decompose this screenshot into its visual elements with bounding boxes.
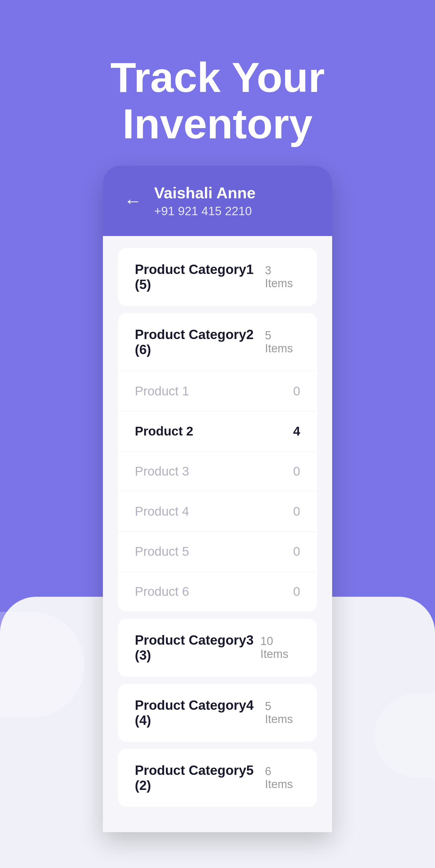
product-1-count: 0 — [293, 384, 300, 398]
product-item-2[interactable]: Product 2 4 — [118, 411, 317, 451]
category-1-items: 3 Items — [265, 264, 300, 290]
back-button[interactable]: ← — [124, 190, 142, 211]
product-item-5[interactable]: Product 5 0 — [118, 531, 317, 571]
category-card-1[interactable]: Product Category1 (5) 3 Items — [118, 248, 317, 306]
category-card-2: Product Category2 (6) 5 Items Product 1 … — [118, 313, 317, 612]
category-card-4[interactable]: Product Category4 (4) 5 Items — [118, 684, 317, 742]
product-5-name: Product 5 — [135, 544, 189, 559]
product-4-count: 0 — [293, 504, 300, 519]
category-2-name: Product Category2 (6) — [135, 327, 265, 357]
category-3-name: Product Category3 (3) — [135, 632, 260, 663]
category-1-name: Product Category1 (5) — [135, 262, 265, 292]
phone-header: ← Vaishali Anne +91 921 415 2210 — [103, 166, 332, 236]
user-info: Vaishali Anne +91 921 415 2210 — [154, 184, 256, 218]
phone-content: Product Category1 (5) 3 Items Product Ca… — [103, 236, 332, 832]
product-5-count: 0 — [293, 544, 300, 559]
category-4-name: Product Category4 (4) — [135, 698, 265, 728]
category-5-name: Product Category5 (2) — [135, 763, 265, 793]
category-4-items: 5 Items — [265, 700, 300, 726]
product-4-name: Product 4 — [135, 504, 189, 519]
product-2-count: 4 — [293, 424, 300, 438]
product-item-3[interactable]: Product 3 0 — [118, 451, 317, 491]
user-phone: +91 921 415 2210 — [154, 204, 256, 218]
product-item-6[interactable]: Product 6 0 — [118, 571, 317, 612]
user-name: Vaishali Anne — [154, 184, 256, 202]
product-item-4[interactable]: Product 4 0 — [118, 491, 317, 531]
product-6-count: 0 — [293, 584, 300, 599]
category-3-items: 10 Items — [260, 635, 300, 661]
category-2-header[interactable]: Product Category2 (6) 5 Items — [118, 313, 317, 371]
phone-container: ← Vaishali Anne +91 921 415 2210 Product… — [103, 166, 332, 832]
product-item-1[interactable]: Product 1 0 — [118, 371, 317, 411]
product-1-name: Product 1 — [135, 384, 189, 398]
category-2-items: 5 Items — [265, 329, 300, 355]
category-card-3[interactable]: Product Category3 (3) 10 Items — [118, 619, 317, 677]
product-2-name: Product 2 — [135, 424, 193, 438]
category-5-items: 6 Items — [265, 765, 300, 791]
category-card-5[interactable]: Product Category5 (2) 6 Items — [118, 749, 317, 807]
hero-title: Track Your Inventory — [0, 54, 435, 147]
product-3-name: Product 3 — [135, 464, 189, 478]
product-3-count: 0 — [293, 464, 300, 478]
product-6-name: Product 6 — [135, 584, 189, 599]
